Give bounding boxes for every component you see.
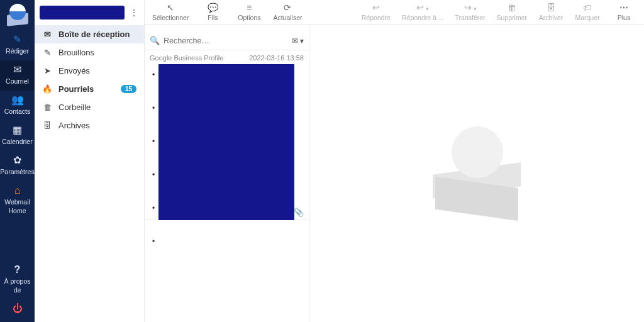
toolbar-label: Sélectionner — [152, 14, 189, 22]
compose-icon: ✎ — [0, 34, 35, 45]
toolbar-label: Marquer — [575, 14, 599, 22]
more-button[interactable]: ⋯ Plus — [611, 3, 636, 22]
empty-placeholder-icon — [426, 126, 527, 221]
threads-icon: 💬 — [208, 3, 218, 13]
nav-compose[interactable]: ✎ Rédiger — [0, 30, 35, 60]
account-bar: ⋮ — [35, 0, 144, 25]
nav-calendar[interactable]: ▦ Calendrier — [0, 121, 35, 151]
mark-button[interactable]: 🏷 Marquer — [575, 3, 600, 22]
nav-label: Paramètres — [0, 168, 34, 175]
contacts-icon: 👥 — [0, 94, 35, 106]
folder-trash[interactable]: 🗑 Corbeille — [35, 98, 144, 116]
left-nav: ✎ Rédiger ✉ Courriel 👥 Contacts ▦ Calend… — [0, 0, 35, 322]
message-time: 2022-03-16 13:58 — [249, 54, 304, 62]
toolbar-label: Supprimer — [497, 14, 527, 22]
nav-label: À propos de — [4, 277, 30, 294]
drafts-icon: ✎ — [42, 48, 52, 57]
message-list-pane: 🔍 ✉ ▾ Google Business Profile — [145, 25, 309, 322]
reading-pane — [309, 25, 644, 322]
folder-sent[interactable]: ➤ Envoyés — [35, 62, 144, 80]
trash-icon: 🗑 — [508, 3, 516, 13]
gear-icon: ✿ — [0, 155, 35, 166]
reply-all-button[interactable]: ↩▾ Répondre à ... — [402, 3, 444, 22]
redacted-content — [158, 64, 294, 220]
tag-icon: 🏷 — [583, 3, 592, 13]
help-icon: ? — [0, 264, 35, 275]
nav-label: Calendrier — [2, 138, 32, 145]
toolbar: ↖ Sélectionner 💬 Fils ≡ Options ⟳ — [145, 0, 644, 25]
account-selector[interactable] — [40, 6, 125, 19]
sent-icon: ➤ — [42, 66, 52, 75]
nav-label: Contacts — [4, 108, 30, 115]
refresh-icon: ⟳ — [284, 3, 291, 13]
toolbar-label: Fils — [208, 14, 218, 22]
toolbar-label: Répondre à ... — [402, 14, 444, 22]
search-scope-dropdown[interactable]: ✉ ▾ — [292, 36, 304, 45]
folder-drafts[interactable]: ✎ Brouillons — [35, 43, 144, 62]
nav-mail[interactable]: ✉ Courriel — [0, 60, 35, 91]
toolbar-right: ↩ Répondre ↩▾ Répondre à ... ↪▾ Transfér… — [362, 3, 636, 22]
folder-label: Envoyés — [58, 66, 90, 75]
home-icon: ⌂ — [0, 185, 35, 196]
attachment-icon: 📎 — [294, 208, 304, 217]
brand-logo — [7, 4, 28, 25]
forward-button[interactable]: ↪▾ Transférer — [455, 3, 486, 22]
toolbar-label: Actualiser — [273, 14, 302, 22]
message-from: Google Business Profile — [150, 54, 223, 62]
delete-button[interactable]: 🗑 Supprimer — [497, 3, 527, 22]
reply-button[interactable]: ↩ Répondre — [362, 3, 391, 22]
search-row: 🔍 ✉ ▾ — [145, 31, 309, 50]
message-list[interactable]: Google Business Profile 2022-03-16 13:58… — [145, 50, 309, 322]
chevron-down-icon: ▾ — [474, 6, 477, 12]
toolbar-label: Archiver — [539, 14, 564, 22]
search-input[interactable] — [164, 36, 288, 45]
toolbar-left: ↖ Sélectionner 💬 Fils ≡ Options ⟳ — [152, 3, 302, 22]
reply-icon: ↩ — [372, 3, 380, 13]
nav-contacts[interactable]: 👥 Contacts — [0, 91, 35, 121]
forward-icon: ↪ — [464, 3, 472, 13]
nav-label: Rédiger — [6, 47, 29, 55]
toolbar-label: Plus — [618, 14, 630, 22]
nav-about[interactable]: ? À propos de — [0, 260, 35, 299]
folder-spam[interactable]: 🔥 Pourriels 15 — [35, 80, 144, 98]
folder-label: Corbeille — [58, 103, 91, 112]
toolbar-label: Répondre — [362, 14, 391, 22]
options-button[interactable]: ≡ Options — [236, 3, 262, 22]
message-item[interactable]: Google Business Profile 2022-03-16 13:58… — [145, 50, 309, 220]
nav-label: Courriel — [6, 77, 29, 85]
folder-archive[interactable]: 🗄 Archives — [35, 116, 144, 135]
archive-icon: 🗄 — [42, 121, 52, 130]
more-icon: ⋯ — [619, 3, 628, 13]
archive-button[interactable]: 🗄 Archiver — [538, 3, 564, 22]
account-menu-icon[interactable]: ⋮ — [128, 8, 139, 18]
search-icon: 🔍 — [150, 36, 160, 45]
nav-logout[interactable]: ⏻ — [0, 299, 35, 322]
archive-icon: 🗄 — [547, 3, 555, 13]
folder-label: Brouillons — [58, 48, 94, 57]
folder-badge: 15 — [121, 85, 136, 93]
chevron-down-icon: ▾ — [300, 36, 304, 45]
calendar-icon: ▦ — [0, 125, 35, 136]
toolbar-label: Transférer — [455, 14, 486, 22]
reply-all-icon: ↩ — [416, 3, 424, 13]
nav-settings[interactable]: ✿ Paramètres — [0, 151, 35, 181]
nav-label: Webmail Home — [4, 198, 30, 214]
nav-webmail-home[interactable]: ⌂ Webmail Home — [0, 181, 35, 220]
inbox-icon: ✉ — [42, 30, 52, 39]
power-icon: ⏻ — [0, 303, 35, 314]
cursor-icon: ↖ — [167, 3, 174, 13]
toolbar-label: Options — [238, 14, 260, 22]
folder-label: Pourriels — [58, 84, 94, 94]
spam-icon: 🔥 — [42, 84, 52, 94]
folders-pane: ⋮ ✉ Boîte de réception ✎ Brouillons ➤ En… — [35, 0, 145, 322]
mail-icon: ✉ — [0, 64, 35, 75]
envelope-icon: ✉ — [292, 36, 298, 45]
select-button[interactable]: ↖ Sélectionner — [152, 3, 189, 22]
threads-button[interactable]: 💬 Fils — [200, 3, 225, 22]
message-bullets: •••••• — [152, 70, 155, 246]
chevron-down-icon: ▾ — [426, 6, 429, 12]
trash-icon: 🗑 — [42, 103, 52, 112]
folder-label: Boîte de réception — [58, 30, 130, 39]
refresh-button[interactable]: ⟳ Actualiser — [273, 3, 302, 22]
folder-inbox[interactable]: ✉ Boîte de réception — [35, 25, 144, 43]
